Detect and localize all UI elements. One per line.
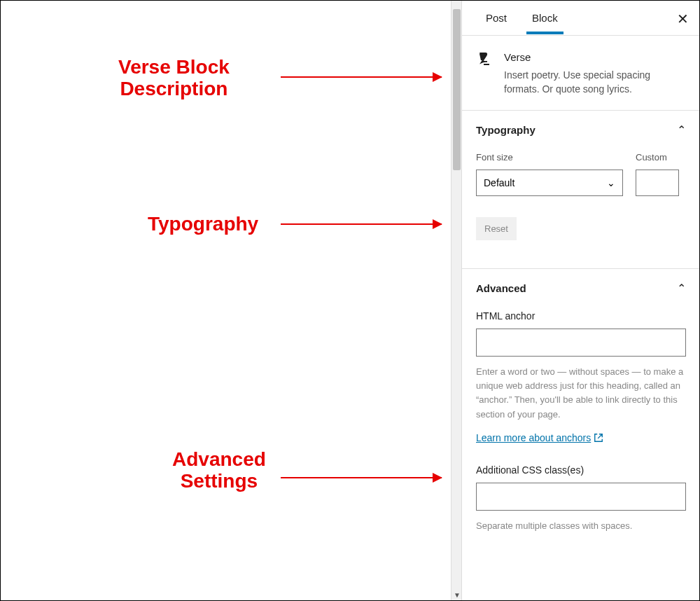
block-settings-sidebar: Post Block ✕ Verse Insert poetry. Use sp… bbox=[462, 1, 700, 600]
chevron-up-icon: ⌃ bbox=[677, 282, 686, 295]
advanced-title: Advanced bbox=[476, 282, 526, 294]
annotation-advanced: Advanced Settings bbox=[172, 449, 266, 492]
block-description-panel: Verse Insert poetry. Use special spacing… bbox=[462, 36, 700, 111]
svg-rect-1 bbox=[484, 64, 489, 65]
scrollbar-thumb[interactable] bbox=[453, 9, 461, 170]
typography-title: Typography bbox=[476, 124, 536, 136]
close-icon[interactable]: ✕ bbox=[677, 11, 689, 27]
sidebar-tabs: Post Block ✕ bbox=[462, 1, 700, 36]
reset-button[interactable]: Reset bbox=[476, 217, 517, 240]
font-size-value: Default bbox=[484, 177, 514, 188]
verse-icon bbox=[476, 51, 493, 96]
block-description-text: Insert poetry. Use special spacing forma… bbox=[504, 69, 686, 96]
font-size-select[interactable]: Default ⌄ bbox=[476, 170, 623, 196]
chevron-down-icon: ⌄ bbox=[607, 177, 615, 188]
custom-label: Custom bbox=[636, 152, 679, 163]
advanced-panel-toggle[interactable]: Advanced ⌃ bbox=[476, 282, 686, 295]
chevron-up-icon: ⌃ bbox=[677, 123, 686, 137]
annotation-arrow bbox=[281, 223, 442, 225]
learn-more-link[interactable]: Learn more about anchors bbox=[476, 432, 603, 443]
tab-post[interactable]: Post bbox=[473, 2, 519, 34]
svg-rect-0 bbox=[482, 61, 487, 62]
css-classes-label: Additional CSS class(es) bbox=[476, 464, 686, 476]
css-classes-input[interactable] bbox=[476, 483, 686, 511]
tab-block[interactable]: Block bbox=[519, 2, 570, 34]
editor-canvas: Verse Block Description Typography Advan… bbox=[1, 1, 451, 600]
block-title: Verse bbox=[504, 51, 686, 63]
typography-panel: Typography ⌃ Font size Default ⌄ Custom … bbox=[462, 111, 700, 269]
html-anchor-input[interactable] bbox=[476, 329, 686, 357]
scrollbar-down-arrow[interactable]: ▼ bbox=[454, 591, 461, 599]
css-classes-help: Separate multiple classes with spaces. bbox=[476, 519, 686, 533]
font-size-label: Font size bbox=[476, 152, 623, 163]
html-anchor-help: Enter a word or two — without spaces — t… bbox=[476, 365, 686, 422]
annotation-typography: Typography bbox=[148, 213, 258, 235]
learn-more-text: Learn more about anchors bbox=[476, 432, 591, 443]
scrollbar[interactable]: ▼ bbox=[451, 1, 462, 600]
html-anchor-label: HTML anchor bbox=[476, 310, 686, 322]
annotation-arrow bbox=[281, 76, 442, 78]
advanced-panel: Advanced ⌃ HTML anchor Enter a word or t… bbox=[462, 269, 700, 540]
annotation-verse-desc: Verse Block Description bbox=[118, 57, 230, 100]
external-link-icon bbox=[594, 433, 603, 443]
annotation-arrow bbox=[281, 477, 442, 478]
typography-panel-toggle[interactable]: Typography ⌃ bbox=[476, 123, 686, 137]
custom-size-input[interactable] bbox=[636, 170, 679, 196]
